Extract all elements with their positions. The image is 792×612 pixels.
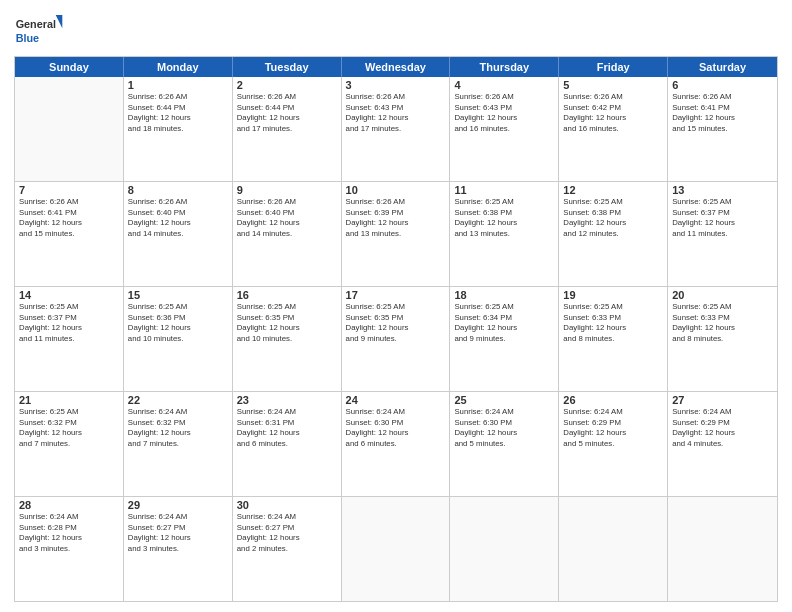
day-number: 7 xyxy=(19,184,119,196)
cell-info: Sunrise: 6:24 AM Sunset: 6:30 PM Dayligh… xyxy=(346,407,446,449)
header-day-monday: Monday xyxy=(124,57,233,77)
cell-info: Sunrise: 6:25 AM Sunset: 6:33 PM Dayligh… xyxy=(563,302,663,344)
cell-info: Sunrise: 6:26 AM Sunset: 6:40 PM Dayligh… xyxy=(128,197,228,239)
svg-marker-1 xyxy=(56,15,63,28)
cell-info: Sunrise: 6:26 AM Sunset: 6:39 PM Dayligh… xyxy=(346,197,446,239)
svg-text:Blue: Blue xyxy=(16,32,39,44)
cal-cell-12: 12Sunrise: 6:25 AM Sunset: 6:38 PM Dayli… xyxy=(559,182,668,286)
cal-cell-empty-4-4 xyxy=(450,497,559,601)
cal-cell-8: 8Sunrise: 6:26 AM Sunset: 6:40 PM Daylig… xyxy=(124,182,233,286)
calendar-header: SundayMondayTuesdayWednesdayThursdayFrid… xyxy=(15,57,777,77)
day-number: 30 xyxy=(237,499,337,511)
cal-row-4: 28Sunrise: 6:24 AM Sunset: 6:28 PM Dayli… xyxy=(15,497,777,601)
day-number: 16 xyxy=(237,289,337,301)
cal-cell-11: 11Sunrise: 6:25 AM Sunset: 6:38 PM Dayli… xyxy=(450,182,559,286)
cal-cell-7: 7Sunrise: 6:26 AM Sunset: 6:41 PM Daylig… xyxy=(15,182,124,286)
day-number: 22 xyxy=(128,394,228,406)
day-number: 24 xyxy=(346,394,446,406)
cal-row-2: 14Sunrise: 6:25 AM Sunset: 6:37 PM Dayli… xyxy=(15,287,777,392)
cell-info: Sunrise: 6:25 AM Sunset: 6:38 PM Dayligh… xyxy=(563,197,663,239)
day-number: 27 xyxy=(672,394,773,406)
day-number: 25 xyxy=(454,394,554,406)
day-number: 3 xyxy=(346,79,446,91)
cell-info: Sunrise: 6:25 AM Sunset: 6:35 PM Dayligh… xyxy=(346,302,446,344)
cell-info: Sunrise: 6:25 AM Sunset: 6:37 PM Dayligh… xyxy=(672,197,773,239)
day-number: 6 xyxy=(672,79,773,91)
cell-info: Sunrise: 6:25 AM Sunset: 6:36 PM Dayligh… xyxy=(128,302,228,344)
cell-info: Sunrise: 6:24 AM Sunset: 6:29 PM Dayligh… xyxy=(563,407,663,449)
day-number: 23 xyxy=(237,394,337,406)
calendar: SundayMondayTuesdayWednesdayThursdayFrid… xyxy=(14,56,778,602)
cal-cell-empty-4-5 xyxy=(559,497,668,601)
cal-row-0: 1Sunrise: 6:26 AM Sunset: 6:44 PM Daylig… xyxy=(15,77,777,182)
cal-row-1: 7Sunrise: 6:26 AM Sunset: 6:41 PM Daylig… xyxy=(15,182,777,287)
cal-cell-13: 13Sunrise: 6:25 AM Sunset: 6:37 PM Dayli… xyxy=(668,182,777,286)
cal-cell-28: 28Sunrise: 6:24 AM Sunset: 6:28 PM Dayli… xyxy=(15,497,124,601)
day-number: 15 xyxy=(128,289,228,301)
cal-cell-20: 20Sunrise: 6:25 AM Sunset: 6:33 PM Dayli… xyxy=(668,287,777,391)
cell-info: Sunrise: 6:24 AM Sunset: 6:32 PM Dayligh… xyxy=(128,407,228,449)
cal-cell-3: 3Sunrise: 6:26 AM Sunset: 6:43 PM Daylig… xyxy=(342,77,451,181)
cal-cell-6: 6Sunrise: 6:26 AM Sunset: 6:41 PM Daylig… xyxy=(668,77,777,181)
day-number: 19 xyxy=(563,289,663,301)
cell-info: Sunrise: 6:25 AM Sunset: 6:32 PM Dayligh… xyxy=(19,407,119,449)
cal-cell-10: 10Sunrise: 6:26 AM Sunset: 6:39 PM Dayli… xyxy=(342,182,451,286)
day-number: 4 xyxy=(454,79,554,91)
day-number: 21 xyxy=(19,394,119,406)
cell-info: Sunrise: 6:26 AM Sunset: 6:44 PM Dayligh… xyxy=(128,92,228,134)
page: General Blue SundayMondayTuesdayWednesda… xyxy=(0,0,792,612)
cell-info: Sunrise: 6:26 AM Sunset: 6:42 PM Dayligh… xyxy=(563,92,663,134)
day-number: 26 xyxy=(563,394,663,406)
cell-info: Sunrise: 6:26 AM Sunset: 6:43 PM Dayligh… xyxy=(454,92,554,134)
day-number: 17 xyxy=(346,289,446,301)
cal-cell-1: 1Sunrise: 6:26 AM Sunset: 6:44 PM Daylig… xyxy=(124,77,233,181)
cell-info: Sunrise: 6:24 AM Sunset: 6:31 PM Dayligh… xyxy=(237,407,337,449)
cal-cell-4: 4Sunrise: 6:26 AM Sunset: 6:43 PM Daylig… xyxy=(450,77,559,181)
cal-cell-2: 2Sunrise: 6:26 AM Sunset: 6:44 PM Daylig… xyxy=(233,77,342,181)
day-number: 10 xyxy=(346,184,446,196)
cal-cell-5: 5Sunrise: 6:26 AM Sunset: 6:42 PM Daylig… xyxy=(559,77,668,181)
cal-cell-26: 26Sunrise: 6:24 AM Sunset: 6:29 PM Dayli… xyxy=(559,392,668,496)
cell-info: Sunrise: 6:24 AM Sunset: 6:28 PM Dayligh… xyxy=(19,512,119,554)
cal-cell-18: 18Sunrise: 6:25 AM Sunset: 6:34 PM Dayli… xyxy=(450,287,559,391)
cell-info: Sunrise: 6:25 AM Sunset: 6:38 PM Dayligh… xyxy=(454,197,554,239)
cell-info: Sunrise: 6:26 AM Sunset: 6:44 PM Dayligh… xyxy=(237,92,337,134)
cell-info: Sunrise: 6:26 AM Sunset: 6:41 PM Dayligh… xyxy=(672,92,773,134)
cal-cell-empty-0-0 xyxy=(15,77,124,181)
calendar-body: 1Sunrise: 6:26 AM Sunset: 6:44 PM Daylig… xyxy=(15,77,777,601)
cell-info: Sunrise: 6:24 AM Sunset: 6:29 PM Dayligh… xyxy=(672,407,773,449)
day-number: 5 xyxy=(563,79,663,91)
day-number: 2 xyxy=(237,79,337,91)
day-number: 13 xyxy=(672,184,773,196)
header-day-friday: Friday xyxy=(559,57,668,77)
cal-cell-30: 30Sunrise: 6:24 AM Sunset: 6:27 PM Dayli… xyxy=(233,497,342,601)
cell-info: Sunrise: 6:24 AM Sunset: 6:30 PM Dayligh… xyxy=(454,407,554,449)
cell-info: Sunrise: 6:25 AM Sunset: 6:37 PM Dayligh… xyxy=(19,302,119,344)
cal-cell-empty-4-6 xyxy=(668,497,777,601)
cal-cell-24: 24Sunrise: 6:24 AM Sunset: 6:30 PM Dayli… xyxy=(342,392,451,496)
cal-cell-23: 23Sunrise: 6:24 AM Sunset: 6:31 PM Dayli… xyxy=(233,392,342,496)
header-day-tuesday: Tuesday xyxy=(233,57,342,77)
cell-info: Sunrise: 6:26 AM Sunset: 6:40 PM Dayligh… xyxy=(237,197,337,239)
logo: General Blue xyxy=(14,10,64,50)
header-day-sunday: Sunday xyxy=(15,57,124,77)
header-day-wednesday: Wednesday xyxy=(342,57,451,77)
cal-row-3: 21Sunrise: 6:25 AM Sunset: 6:32 PM Dayli… xyxy=(15,392,777,497)
cal-cell-15: 15Sunrise: 6:25 AM Sunset: 6:36 PM Dayli… xyxy=(124,287,233,391)
cal-cell-29: 29Sunrise: 6:24 AM Sunset: 6:27 PM Dayli… xyxy=(124,497,233,601)
day-number: 9 xyxy=(237,184,337,196)
day-number: 1 xyxy=(128,79,228,91)
cell-info: Sunrise: 6:25 AM Sunset: 6:35 PM Dayligh… xyxy=(237,302,337,344)
day-number: 29 xyxy=(128,499,228,511)
cal-cell-22: 22Sunrise: 6:24 AM Sunset: 6:32 PM Dayli… xyxy=(124,392,233,496)
cal-cell-16: 16Sunrise: 6:25 AM Sunset: 6:35 PM Dayli… xyxy=(233,287,342,391)
day-number: 20 xyxy=(672,289,773,301)
day-number: 8 xyxy=(128,184,228,196)
cal-cell-19: 19Sunrise: 6:25 AM Sunset: 6:33 PM Dayli… xyxy=(559,287,668,391)
cal-cell-empty-4-3 xyxy=(342,497,451,601)
day-number: 28 xyxy=(19,499,119,511)
day-number: 14 xyxy=(19,289,119,301)
day-number: 12 xyxy=(563,184,663,196)
cal-cell-25: 25Sunrise: 6:24 AM Sunset: 6:30 PM Dayli… xyxy=(450,392,559,496)
day-number: 18 xyxy=(454,289,554,301)
